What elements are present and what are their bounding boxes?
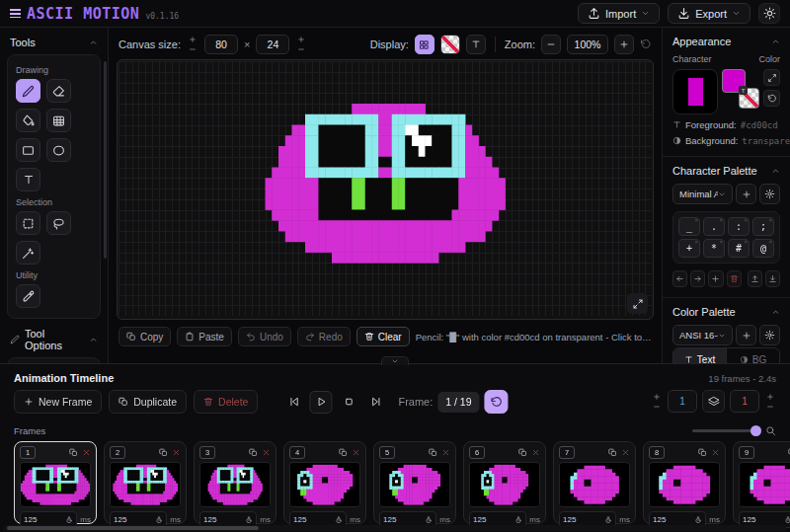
lasso-tool-button[interactable] <box>46 211 71 235</box>
clear-button[interactable]: Clear <box>356 327 410 346</box>
canvas-resize-handle[interactable] <box>627 293 648 314</box>
plus-icon[interactable] <box>189 36 197 43</box>
stop-button[interactable] <box>337 391 359 414</box>
color-palette-settings-button[interactable] <box>759 325 780 345</box>
prev-character-button[interactable] <box>672 270 687 287</box>
frames-scrollbar-thumb[interactable] <box>7 526 259 530</box>
frame-thumbnail[interactable] <box>649 462 720 507</box>
delete-frame-icon[interactable] <box>711 448 720 457</box>
frame-thumbnail[interactable] <box>110 462 181 507</box>
toggle-transparency-button[interactable] <box>440 35 460 54</box>
palette-character-button[interactable]: * × <box>703 239 725 258</box>
frame-card[interactable]: 8 125 ms <box>643 441 726 524</box>
minus-icon[interactable] <box>189 45 197 53</box>
frame-card[interactable]: 5 125 ms <box>373 441 456 524</box>
palette-character-button[interactable]: : × <box>728 217 750 236</box>
magic-wand-tool-button[interactable] <box>16 241 40 265</box>
palette-character-button[interactable]: . × <box>703 217 725 236</box>
appearance-header[interactable]: Appearance <box>672 36 780 47</box>
add-color-palette-button[interactable] <box>736 325 756 345</box>
export-palette-button[interactable] <box>748 270 762 287</box>
toggle-grid-button[interactable] <box>415 35 434 54</box>
frame-card[interactable]: 4 125 ms <box>283 441 366 524</box>
import-button[interactable]: Import <box>578 3 660 24</box>
zoom-value[interactable]: 100% <box>567 35 608 54</box>
plus-icon[interactable] <box>297 36 305 43</box>
last-frame-button[interactable] <box>364 391 387 414</box>
frame-thumbnail[interactable] <box>469 462 540 507</box>
onion-next-stepper[interactable] <box>764 393 776 411</box>
new-frame-button[interactable]: New Frame <box>14 390 102 414</box>
minus-icon[interactable] <box>653 403 661 411</box>
import-palette-button[interactable] <box>765 270 780 287</box>
palette-character-button[interactable]: + × <box>678 239 700 258</box>
export-button[interactable]: Export <box>668 3 750 24</box>
duplicate-frame-icon[interactable] <box>159 448 168 457</box>
theme-toggle-button[interactable] <box>758 3 780 24</box>
delete-frame-button[interactable]: Delete <box>194 390 258 414</box>
fill-tool-button[interactable] <box>16 109 40 132</box>
reset-colors-button[interactable] <box>763 90 780 107</box>
frame-card[interactable]: 3 125 ms <box>194 441 276 524</box>
timeline-collapse-tab[interactable] <box>381 356 409 365</box>
ellipse-tool-button[interactable] <box>46 138 71 162</box>
sidebar-scrollbar[interactable] <box>104 61 107 259</box>
duplicate-frame-icon[interactable] <box>698 448 707 457</box>
tools-section-header[interactable]: Tools <box>0 28 108 54</box>
canvas-height-stepper[interactable] <box>295 36 307 53</box>
duplicate-frame-icon[interactable] <box>249 448 258 457</box>
duplicate-frame-button[interactable]: Duplicate <box>109 390 187 414</box>
loop-toggle-button[interactable] <box>485 390 509 414</box>
first-frame-button[interactable] <box>281 391 304 414</box>
character-preview[interactable] <box>672 69 718 114</box>
frame-card[interactable]: 1 125 ms <box>14 441 97 524</box>
onion-skin-button[interactable] <box>702 390 725 413</box>
frame-card[interactable]: 6 125 ms <box>463 441 546 524</box>
eraser-tool-button[interactable] <box>46 79 71 103</box>
rectangle-tool-button[interactable] <box>16 138 40 162</box>
duplicate-frame-icon[interactable] <box>69 448 78 457</box>
delete-frame-icon[interactable] <box>621 448 630 457</box>
toggle-characters-button[interactable] <box>466 35 486 54</box>
character-palette-settings-button[interactable] <box>759 184 780 204</box>
zoom-in-button[interactable] <box>614 35 634 54</box>
canvas-width-input[interactable]: 80 <box>204 35 238 54</box>
foreground-swatch[interactable]: T <box>722 69 746 93</box>
palette-character-button[interactable]: ; × <box>752 217 774 236</box>
onion-prev-stepper[interactable] <box>651 393 663 411</box>
character-palette-header[interactable]: Character Palette <box>672 165 780 177</box>
plus-icon[interactable] <box>766 393 774 401</box>
frame-thumbnail[interactable] <box>559 462 630 507</box>
frame-thumbnail[interactable] <box>289 462 360 507</box>
character-preset-dropdown[interactable]: Minimal ASC <box>672 184 733 204</box>
delete-frame-icon[interactable] <box>172 448 181 457</box>
slider-thumb[interactable] <box>750 425 761 436</box>
plus-icon[interactable] <box>653 393 661 401</box>
slider-track[interactable] <box>692 429 759 432</box>
frame-size-slider[interactable] <box>692 425 776 436</box>
frames-scrollbar[interactable] <box>4 525 786 531</box>
duplicate-frame-icon[interactable] <box>339 448 348 457</box>
copy-button[interactable]: Copy <box>118 327 171 346</box>
minus-icon[interactable] <box>766 403 774 411</box>
minus-icon[interactable] <box>297 45 305 53</box>
eyedropper-tool-button[interactable] <box>16 284 40 308</box>
delete-character-button[interactable] <box>727 270 742 287</box>
play-button[interactable] <box>309 391 332 414</box>
palette-character-button[interactable]: _ × <box>678 217 700 236</box>
duplicate-frame-icon[interactable] <box>518 448 527 457</box>
duplicate-frame-icon[interactable] <box>608 448 617 457</box>
reset-zoom-icon[interactable] <box>640 38 652 50</box>
swap-colors-button[interactable] <box>763 69 780 86</box>
onion-prev-input[interactable]: 1 <box>668 390 697 413</box>
delete-frame-icon[interactable] <box>82 448 91 457</box>
palette-character-button[interactable]: # × <box>728 239 750 258</box>
delete-frame-icon[interactable] <box>531 448 540 457</box>
delete-frame-icon[interactable] <box>262 448 271 457</box>
redo-button[interactable]: Redo <box>297 327 351 346</box>
text-tool-button[interactable] <box>16 168 40 191</box>
frame-card[interactable]: 9 125 ms <box>733 441 790 524</box>
bg-mode-tab[interactable]: BG <box>727 348 779 363</box>
canvas-width-stepper[interactable] <box>187 36 198 53</box>
drawing-canvas[interactable] <box>117 59 654 320</box>
